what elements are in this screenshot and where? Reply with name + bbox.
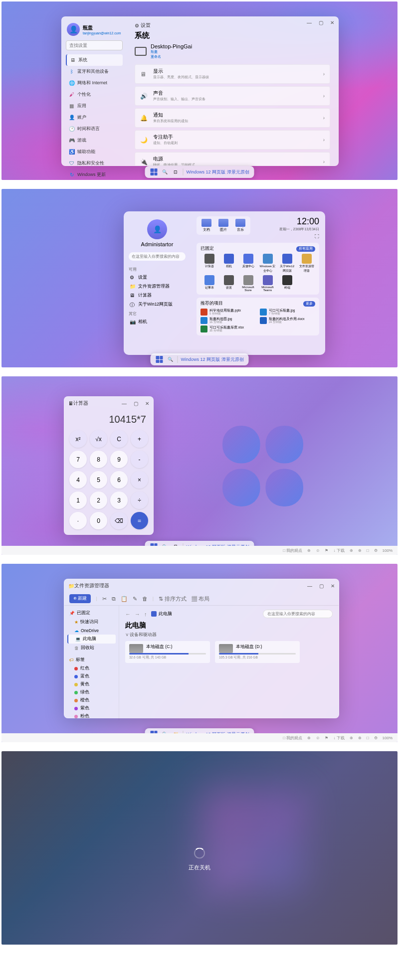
pinned-app[interactable]: 终端 xyxy=(278,275,296,292)
calc-button-3[interactable]: 3 xyxy=(110,491,128,509)
browser-control[interactable]: ⊕ xyxy=(350,736,353,740)
calc-button-2[interactable]: 2 xyxy=(90,491,107,509)
browser-control[interactable]: ↓ 下载 xyxy=(333,548,344,553)
start-app-item[interactable]: ⓘ关于Win12网页版 xyxy=(129,300,186,309)
sidebar-item[interactable]: ☁OneDrive xyxy=(67,627,116,635)
calc-button-0[interactable]: 0 xyxy=(90,512,107,529)
settings-card[interactable]: 🔌电源睡眠、电池使用、节能模式› xyxy=(135,152,330,165)
calc-button-7[interactable]: 7 xyxy=(69,451,87,468)
minimize-button[interactable]: — xyxy=(122,401,127,406)
pinned-app[interactable]: 文件资源管理器 xyxy=(298,254,315,273)
close-button[interactable]: ✕ xyxy=(331,583,335,589)
up-button[interactable]: ↑ xyxy=(144,611,147,617)
browser-control[interactable]: ⚑ xyxy=(325,736,328,740)
browser-control[interactable]: □ 我的观点 xyxy=(283,548,302,553)
settings-card[interactable]: 🔊声音声音级别、输入、输出、声音设备› xyxy=(135,86,330,106)
pc-link-rename[interactable]: 重命名 xyxy=(151,54,192,59)
back-button[interactable]: ← xyxy=(125,611,131,617)
all-apps-button[interactable]: 所有应用 xyxy=(296,246,315,252)
start-search-input[interactable] xyxy=(129,252,186,261)
recommended-item[interactable]: 可口可乐瓶盖.jpg7 分钟前 xyxy=(260,309,315,316)
tag-item[interactable]: 蓝色 xyxy=(67,672,116,680)
recommended-item[interactable]: 瓶盖构造图.jpg16 分钟前 xyxy=(200,317,256,324)
tag-item[interactable]: 粉色 xyxy=(67,712,116,720)
settings-nav-item[interactable]: ↻Windows 更新 xyxy=(66,169,123,180)
pinned-app[interactable]: 反馈中心 xyxy=(239,254,257,273)
folder-item[interactable]: 文档 xyxy=(199,219,214,232)
browser-control[interactable]: ⊕ xyxy=(350,548,353,553)
settings-nav-item[interactable]: 🌐网络和 Internet xyxy=(66,77,123,89)
start-app-item[interactable]: 📷相机 xyxy=(129,318,186,327)
sidebar-item[interactable]: 🗑回收站 xyxy=(67,644,116,653)
pinned-app[interactable]: 关于Win12 网页版 xyxy=(278,254,296,273)
tag-item[interactable]: 红色 xyxy=(67,664,116,672)
cut-icon[interactable]: ✂ xyxy=(102,596,107,602)
browser-control[interactable]: ⊕ xyxy=(358,736,362,740)
maximize-button[interactable]: ▢ xyxy=(319,583,324,589)
calc-button-6[interactable]: 6 xyxy=(110,471,128,489)
recommended-item[interactable]: 瓶盖的构造及作用.docx24 分钟前 xyxy=(260,317,315,324)
pc-link-user[interactable]: 瓶盖 xyxy=(151,49,192,54)
sidebar-item[interactable]: ★快速访问 xyxy=(67,618,116,627)
rename-icon[interactable]: ✎ xyxy=(133,596,137,602)
tag-item[interactable]: 橙色 xyxy=(67,696,116,704)
settings-nav-item[interactable]: 👤账户 xyxy=(66,112,123,123)
layout-button[interactable]: ▦ 布局 xyxy=(192,595,209,603)
start-app-item[interactable]: ⚙设置 xyxy=(129,273,186,282)
new-button[interactable]: ⊕ 新建 xyxy=(69,594,91,603)
browser-control[interactable]: ☺ xyxy=(316,548,320,553)
calc-button--[interactable]: - xyxy=(131,451,148,468)
settings-card[interactable]: 🔔通知来自系统和应用的通知› xyxy=(135,108,330,128)
calc-button-9[interactable]: 9 xyxy=(110,451,128,468)
tag-item[interactable]: 黄色 xyxy=(67,680,116,688)
calc-button-1[interactable]: 1 xyxy=(69,491,87,509)
search-icon[interactable]: 🔍 xyxy=(161,168,169,176)
calc-button-x²[interactable]: x² xyxy=(69,430,87,448)
more-button[interactable]: 更多 xyxy=(303,301,315,307)
pinned-app[interactable]: 记事本 xyxy=(200,275,218,292)
pinned-app[interactable]: Microsoft Store xyxy=(239,275,257,292)
maximize-button[interactable]: ▢ xyxy=(319,20,323,25)
browser-control[interactable]: ☺ xyxy=(316,736,320,740)
explorer-search-input[interactable] xyxy=(263,610,333,618)
delete-icon[interactable]: 🗑 xyxy=(142,596,148,602)
start-button[interactable] xyxy=(150,168,158,176)
section-devices[interactable]: ∨ 设备和驱动器 xyxy=(125,632,333,638)
sidebar-item[interactable]: 💻此电脑 xyxy=(67,635,116,644)
pinned-app[interactable]: 设置 xyxy=(220,275,237,292)
start-button[interactable] xyxy=(155,355,163,363)
pinned-app[interactable]: Windows 安全中心 xyxy=(259,254,276,273)
calc-button-+[interactable]: + xyxy=(131,430,148,448)
close-button[interactable]: ✕ xyxy=(330,20,334,25)
calc-button-=[interactable]: = xyxy=(131,512,148,529)
settings-nav-item[interactable]: ▦应用 xyxy=(66,100,123,112)
pinned-app[interactable]: 相机 xyxy=(220,254,237,273)
sort-button[interactable]: ⇅ 排序方式 xyxy=(159,595,187,603)
settings-nav-item[interactable]: 🖌个性化 xyxy=(66,89,123,100)
start-user[interactable]: 👤 Administartor xyxy=(129,216,186,252)
browser-control[interactable]: ↓ 下载 xyxy=(333,735,344,741)
browser-control[interactable]: ⚙ xyxy=(374,736,378,740)
user-profile[interactable]: 👤 瓶盖 tanjingyuan@win12.com xyxy=(66,21,123,40)
browser-control[interactable]: □ 我的观点 xyxy=(283,735,302,741)
task-icon[interactable]: ⊡ xyxy=(172,168,180,176)
calc-button-÷[interactable]: ÷ xyxy=(131,491,148,509)
forward-button[interactable]: → xyxy=(135,611,140,617)
tag-item[interactable]: 紫色 xyxy=(67,704,116,712)
settings-nav-item[interactable]: 🎮游戏 xyxy=(66,135,123,146)
folder-item[interactable]: 音乐 xyxy=(233,219,248,232)
minimize-button[interactable]: — xyxy=(307,583,312,589)
calc-button-⌫[interactable]: ⌫ xyxy=(110,512,128,529)
calc-button-C[interactable]: C xyxy=(110,430,128,448)
breadcrumb[interactable]: 此电脑 xyxy=(151,611,172,617)
paste-icon[interactable]: 📋 xyxy=(121,596,128,602)
close-button[interactable]: ✕ xyxy=(145,401,149,406)
recommended-item[interactable]: 可口可乐瓶盖厚度.xlsx35 分钟前 xyxy=(200,326,256,332)
drive-item[interactable]: 本地磁盘 (C:)32.6 GB 可用, 共 143 GB xyxy=(125,641,210,663)
settings-card[interactable]: 🖥显示显示器、亮度、夜间模式、显示器级› xyxy=(135,64,330,84)
maximize-button[interactable]: ▢ xyxy=(134,401,138,406)
search-icon[interactable]: 🔍 xyxy=(166,355,174,363)
browser-control[interactable]: □ xyxy=(367,548,369,553)
calc-button-4[interactable]: 4 xyxy=(69,471,87,489)
tag-item[interactable]: 绿色 xyxy=(67,688,116,696)
